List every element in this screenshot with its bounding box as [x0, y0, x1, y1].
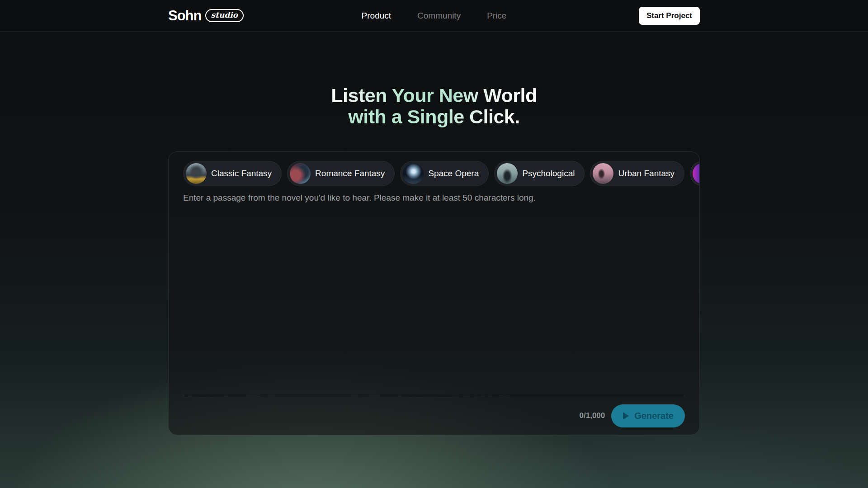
nav-item-price[interactable]: Price — [487, 11, 506, 21]
nav-item-community[interactable]: Community — [417, 11, 461, 21]
genre-chip-label: Space Opera — [428, 169, 479, 178]
genre-chip-cyberpunk[interactable]: Cyberpunk — [690, 161, 700, 186]
logo-wordmark: Sohn — [168, 8, 202, 24]
classic-fantasy-thumbnail-icon — [186, 163, 207, 184]
space-opera-thumbnail-icon — [403, 163, 424, 184]
genre-chip-label: Psychological — [522, 169, 575, 178]
top-navigation-bar: Sohn studio Product Community Price Star… — [0, 0, 868, 32]
genre-chip-label: Classic Fantasy — [211, 169, 272, 178]
hero-line-2: with a Single Click. — [348, 106, 519, 127]
composer-footer: 0/1,000 Generate — [183, 396, 685, 427]
genre-chip-urban-fantasy[interactable]: Urban Fantasy — [590, 161, 684, 186]
hero-heading: Listen Your New World with a Single Clic… — [0, 85, 868, 127]
genre-chip-romance-fantasy[interactable]: Romance Fantasy — [287, 161, 395, 186]
cyberpunk-thumbnail-icon — [693, 163, 700, 184]
story-composer-card: Classic Fantasy Romance Fantasy Space Op… — [168, 151, 700, 435]
nav-item-product[interactable]: Product — [362, 11, 391, 21]
logo[interactable]: Sohn studio — [168, 8, 244, 24]
start-project-button[interactable]: Start Project — [639, 7, 700, 25]
character-counter: 0/1,000 — [580, 411, 605, 420]
main-nav: Product Community Price — [362, 0, 507, 32]
genre-chip-classic-fantasy[interactable]: Classic Fantasy — [183, 161, 282, 186]
genre-chip-row: Classic Fantasy Romance Fantasy Space Op… — [183, 161, 700, 186]
passage-input[interactable] — [183, 192, 685, 396]
generate-button-label: Generate — [634, 411, 674, 421]
logo-studio-badge: studio — [205, 9, 244, 22]
generate-button[interactable]: Generate — [611, 404, 685, 427]
hero-line-1: Listen Your New World — [331, 85, 537, 106]
psychological-thumbnail-icon — [497, 163, 518, 184]
urban-fantasy-thumbnail-icon — [593, 163, 613, 184]
genre-chip-label: Romance Fantasy — [315, 169, 385, 178]
genre-chip-psychological[interactable]: Psychological — [494, 161, 585, 186]
genre-chip-label: Urban Fantasy — [618, 169, 675, 178]
genre-chip-space-opera[interactable]: Space Opera — [400, 161, 489, 186]
romance-fantasy-thumbnail-icon — [290, 163, 311, 184]
play-icon — [623, 412, 629, 420]
